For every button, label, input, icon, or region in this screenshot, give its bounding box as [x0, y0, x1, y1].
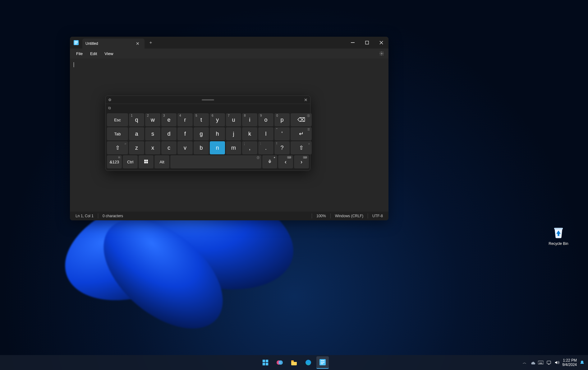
key-alt[interactable]: Alt — [154, 155, 169, 168]
key-right[interactable]: ⌨› — [294, 155, 309, 168]
key-[interactable]: !? — [274, 141, 290, 154]
key-[interactable]: "' — [274, 127, 290, 140]
taskbar-notepad[interactable] — [316, 356, 329, 369]
tab-close-icon[interactable]: ✕ — [134, 40, 141, 47]
key-t[interactable]: 5t — [194, 113, 209, 126]
key-win[interactable] — [139, 155, 154, 168]
svg-rect-3 — [75, 42, 78, 43]
svg-rect-6 — [365, 41, 369, 44]
clock-time: 1:22 PM — [562, 358, 577, 363]
svg-rect-27 — [547, 361, 551, 364]
menubar: File Edit View — [70, 49, 388, 59]
key-esc[interactable]: Esc — [107, 113, 128, 126]
key-ctrl[interactable]: Ctrl — [123, 155, 138, 168]
svg-rect-16 — [266, 363, 268, 365]
svg-rect-24 — [321, 363, 323, 364]
titlebar[interactable]: Untitled ✕ ＋ — [70, 37, 388, 49]
menu-edit[interactable]: Edit — [86, 50, 101, 57]
svg-rect-11 — [146, 162, 148, 163]
key-v[interactable]: v — [177, 141, 193, 154]
keyboard-settings-icon[interactable]: ⚙ — [108, 98, 112, 102]
key-[interactable]: ;, — [242, 141, 257, 154]
key-r[interactable]: 4r — [177, 113, 193, 126]
key-k[interactable]: k — [242, 127, 257, 140]
key-symbols[interactable]: ⎘&123 — [107, 155, 122, 168]
key-m[interactable]: m — [226, 141, 241, 154]
close-button[interactable] — [374, 37, 388, 49]
key-x[interactable]: x — [145, 141, 160, 154]
tray-chevron-icon[interactable]: ︿ — [522, 360, 527, 365]
svg-rect-26 — [539, 363, 542, 363]
start-button[interactable] — [259, 356, 272, 369]
key-n[interactable]: n — [210, 141, 225, 154]
keyboard-close-icon[interactable]: ✕ — [304, 97, 308, 102]
key-g[interactable]: g — [194, 127, 209, 140]
key-enter[interactable]: ☰↵ — [291, 127, 312, 140]
key-mic[interactable]: ● — [262, 155, 277, 168]
svg-rect-15 — [263, 363, 265, 365]
taskbar: ︿ 1:22 PM 9/4/2024 — [0, 355, 588, 370]
key-s[interactable]: s — [145, 127, 160, 140]
minimize-button[interactable] — [346, 37, 360, 49]
recycle-bin-icon — [552, 226, 565, 239]
key-e[interactable]: 3e — [161, 113, 177, 126]
status-position[interactable]: Ln 1, Col 1 — [76, 214, 94, 218]
key-space[interactable]: ⓨ — [170, 155, 261, 168]
key-o[interactable]: 9o — [258, 113, 273, 126]
tab[interactable]: Untitled ✕ — [82, 39, 145, 49]
desktop-recycle-bin[interactable]: Recycle Bin — [546, 226, 571, 246]
tray-keyboard-icon[interactable] — [538, 360, 544, 365]
maximize-button[interactable] — [360, 37, 374, 49]
svg-rect-12 — [269, 160, 270, 162]
tray-network-icon[interactable] — [546, 360, 552, 365]
key-q[interactable]: 1q — [129, 113, 144, 126]
status-encoding[interactable]: UTF-8 — [372, 214, 383, 218]
key-p[interactable]: 0p — [274, 113, 290, 126]
key-l[interactable]: l — [258, 127, 273, 140]
key-a[interactable]: a — [129, 127, 144, 140]
desktop-icon-label: Recycle Bin — [549, 241, 568, 246]
menu-file[interactable]: File — [72, 50, 86, 57]
notifications-icon[interactable] — [579, 360, 585, 365]
key-y[interactable]: 6y — [210, 113, 225, 126]
key-u[interactable]: 7u — [226, 113, 241, 126]
key-d[interactable]: d — [161, 127, 177, 140]
new-tab-button[interactable]: ＋ — [147, 39, 154, 46]
key-z[interactable]: z — [129, 141, 144, 154]
key-h[interactable]: h — [210, 127, 225, 140]
key-f[interactable]: f — [177, 127, 193, 140]
svg-point-18 — [278, 360, 283, 365]
status-eol[interactable]: Windows (CRLF) — [335, 214, 363, 218]
key-left[interactable]: ⌨‹ — [278, 155, 293, 168]
status-chars[interactable]: 0 characters — [103, 214, 123, 218]
tray-volume-icon[interactable] — [554, 360, 560, 365]
taskbar-copilot[interactable] — [273, 356, 286, 369]
key-shift-left[interactable]: ⌕⇧ — [107, 141, 128, 154]
key-i[interactable]: 8i — [242, 113, 257, 126]
svg-rect-23 — [321, 362, 324, 363]
tray-onedrive-icon[interactable] — [530, 360, 535, 365]
status-zoom[interactable]: 100% — [316, 214, 326, 218]
keyboard-popout-icon[interactable]: ⧉ — [108, 106, 111, 110]
key-b[interactable]: b — [194, 141, 209, 154]
key-tab[interactable]: Tab — [107, 127, 128, 140]
key-j[interactable]: j — [226, 127, 241, 140]
taskbar-explorer[interactable] — [288, 356, 300, 369]
svg-point-7 — [381, 53, 382, 54]
key-backspace[interactable]: ⓧ⌫ — [291, 113, 312, 126]
touch-keyboard: ⚙ ✕ ⧉ Esc1q2w3e4r5t6y7u8i9o0pⓧ⌫ Tabasdfg… — [105, 96, 310, 171]
taskbar-edge[interactable] — [302, 356, 315, 369]
key-[interactable]: :. — [258, 141, 273, 154]
settings-icon[interactable] — [377, 49, 386, 58]
statusbar: Ln 1, Col 1 0 characters 100% Windows (C… — [70, 212, 388, 220]
svg-rect-8 — [144, 160, 146, 161]
key-w[interactable]: 2w — [145, 113, 160, 126]
key-c[interactable]: c — [161, 141, 177, 154]
system-clock[interactable]: 1:22 PM 9/4/2024 — [562, 358, 577, 367]
menu-view[interactable]: View — [101, 50, 117, 57]
svg-rect-0 — [554, 228, 563, 229]
key-shift-right[interactable]: ⌕⇧ — [291, 141, 312, 154]
clock-date: 9/4/2024 — [562, 363, 577, 367]
svg-rect-5 — [351, 42, 355, 43]
drag-handle[interactable] — [202, 99, 214, 101]
